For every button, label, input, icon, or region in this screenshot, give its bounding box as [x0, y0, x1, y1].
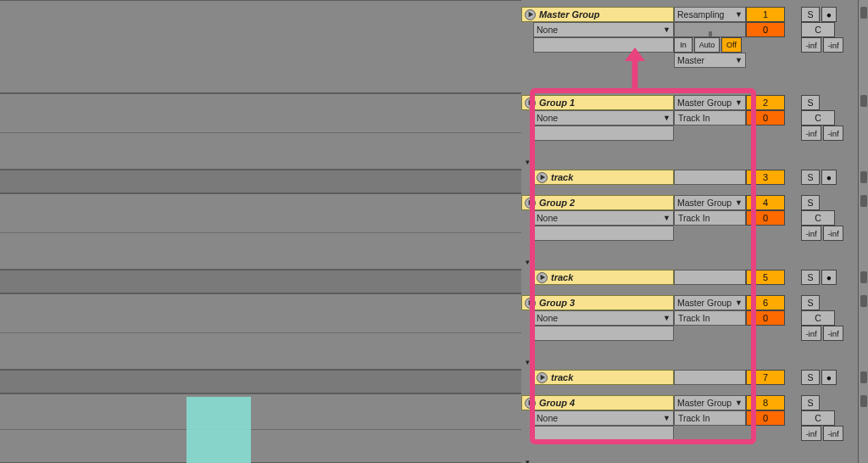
- scrollbar-handle[interactable]: [860, 171, 867, 183]
- audio-to-select[interactable]: Master Group▼: [674, 395, 746, 410]
- group-header[interactable]: Group 1: [521, 95, 674, 110]
- input-channel[interactable]: Track In: [674, 210, 746, 226]
- chevron-down-icon[interactable]: ▾: [526, 458, 530, 463]
- cue-button[interactable]: C: [801, 410, 835, 426]
- svg-marker-2: [540, 175, 545, 180]
- play-icon[interactable]: [537, 372, 548, 383]
- send-amount[interactable]: 0: [746, 410, 785, 426]
- output-select[interactable]: Master▼: [674, 53, 746, 68]
- scrollbar-handle[interactable]: [860, 195, 867, 207]
- audio-to-select[interactable]: Master Group▼: [674, 295, 746, 310]
- svg-marker-1: [528, 100, 533, 105]
- play-icon[interactable]: [537, 272, 548, 283]
- fold-toggle-icon[interactable]: [525, 9, 536, 20]
- record-arm-button[interactable]: ●: [821, 270, 837, 285]
- empty-slot[interactable]: [533, 126, 674, 141]
- input-channel[interactable]: Track In: [674, 110, 746, 126]
- group-header[interactable]: Group 3: [521, 295, 674, 310]
- solo-button[interactable]: S: [801, 95, 820, 110]
- fold-toggle-icon[interactable]: [525, 198, 536, 209]
- cue-button[interactable]: C: [801, 22, 835, 37]
- empty-slot[interactable]: [674, 270, 746, 285]
- input-channel[interactable]: Track In: [674, 310, 746, 326]
- track-number[interactable]: 1: [746, 7, 785, 22]
- empty-slot[interactable]: [533, 37, 674, 53]
- scrollbar-handle[interactable]: [860, 95, 867, 107]
- record-arm-button[interactable]: ●: [821, 170, 837, 185]
- track-number[interactable]: 2: [746, 95, 785, 110]
- monitor-auto-button[interactable]: Auto: [694, 37, 720, 53]
- group-header[interactable]: Group 4: [521, 395, 674, 410]
- track-number[interactable]: 4: [746, 195, 785, 210]
- empty-slot[interactable]: [674, 370, 746, 385]
- audio-to-label: Resampling: [677, 9, 724, 20]
- solo-button[interactable]: S: [801, 295, 820, 310]
- scrollbar-handle[interactable]: [860, 371, 867, 383]
- track-number[interactable]: 7: [746, 370, 785, 385]
- solo-button[interactable]: S: [801, 270, 820, 285]
- midi-clip[interactable]: [186, 397, 251, 463]
- track-number[interactable]: 8: [746, 395, 785, 410]
- track-header[interactable]: track: [533, 170, 674, 185]
- track-header[interactable]: track: [533, 370, 674, 385]
- midi-from-select[interactable]: None▼: [533, 210, 674, 226]
- solo-button[interactable]: S: [801, 370, 820, 385]
- group-name: Group 1: [539, 98, 575, 108]
- send-amount[interactable]: 0: [746, 22, 785, 37]
- empty-slot[interactable]: [533, 326, 674, 341]
- scrollbar-handle[interactable]: [860, 295, 867, 307]
- midi-from-select[interactable]: None▼: [533, 310, 674, 326]
- peak-level: -inf: [801, 37, 821, 53]
- chevron-down-icon[interactable]: ▾: [526, 258, 530, 266]
- empty-slot[interactable]: [533, 226, 674, 241]
- peak-level: -inf: [823, 226, 843, 241]
- group-name: Master Group: [539, 9, 600, 20]
- solo-button[interactable]: S: [801, 395, 820, 410]
- track-number[interactable]: 6: [746, 295, 785, 310]
- group-header[interactable]: Group 2: [521, 195, 674, 210]
- monitor-off-button[interactable]: Off: [721, 37, 742, 53]
- track-number[interactable]: 3: [746, 170, 785, 185]
- track-name: track: [551, 372, 573, 382]
- fold-toggle-icon[interactable]: [525, 298, 536, 309]
- midi-from-label: None: [537, 113, 558, 123]
- cue-button[interactable]: C: [801, 210, 835, 226]
- scrollbar-handle[interactable]: [860, 395, 867, 407]
- scrollbar-handle[interactable]: [860, 7, 867, 19]
- record-arm-button[interactable]: ●: [821, 7, 837, 22]
- scrollbar-vertical[interactable]: [858, 0, 868, 463]
- solo-button[interactable]: S: [801, 170, 820, 185]
- record-arm-button[interactable]: ●: [821, 370, 837, 385]
- monitor-in-button[interactable]: In: [674, 37, 693, 53]
- input-channel[interactable]: Track In: [674, 410, 746, 426]
- audio-to-select[interactable]: Master Group▼: [674, 95, 746, 110]
- empty-slot[interactable]: [533, 426, 674, 441]
- midi-from-select[interactable]: None▼: [533, 22, 674, 37]
- scrollbar-handle[interactable]: [860, 271, 867, 283]
- input-meter: [674, 22, 746, 37]
- cue-button[interactable]: C: [801, 110, 835, 126]
- group-name: Group 4: [539, 398, 575, 408]
- fold-toggle-icon[interactable]: [525, 398, 536, 409]
- solo-button[interactable]: S: [801, 7, 820, 22]
- midi-from-select[interactable]: None▼: [533, 410, 674, 426]
- send-amount[interactable]: 0: [746, 210, 785, 226]
- audio-to-label: Master Group: [677, 298, 732, 308]
- chevron-down-icon[interactable]: ▾: [526, 158, 530, 166]
- fold-toggle-icon[interactable]: [525, 98, 536, 109]
- midi-from-select[interactable]: None▼: [533, 110, 674, 126]
- arrangement-area[interactable]: [0, 0, 521, 463]
- track-number[interactable]: 5: [746, 270, 785, 285]
- midi-from-label: None: [537, 413, 558, 423]
- send-amount[interactable]: 0: [746, 310, 785, 326]
- track-header[interactable]: track: [533, 270, 674, 285]
- audio-to-select[interactable]: Resampling▼: [674, 7, 746, 22]
- play-icon[interactable]: [537, 172, 548, 183]
- empty-slot[interactable]: [674, 170, 746, 185]
- audio-to-select[interactable]: Master Group▼: [674, 195, 746, 210]
- solo-button[interactable]: S: [801, 195, 820, 210]
- cue-button[interactable]: C: [801, 310, 835, 326]
- send-amount[interactable]: 0: [746, 110, 785, 126]
- group-header-master[interactable]: Master Group: [521, 7, 674, 22]
- chevron-down-icon[interactable]: ▾: [526, 358, 530, 366]
